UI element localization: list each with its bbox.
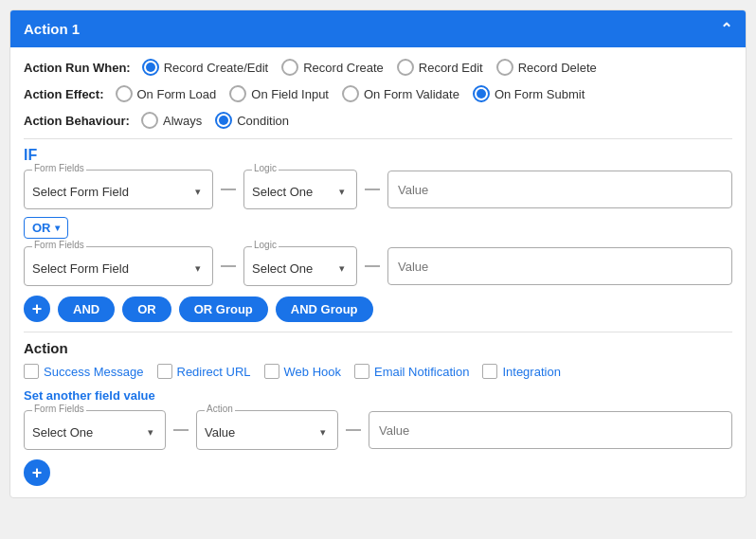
radio-circle-record-delete <box>496 59 513 76</box>
radio-label-record-create-edit: Record Create/Edit <box>164 61 269 75</box>
checkbox-label-web-hook: Web Hook <box>284 365 341 379</box>
radio-circle-on-form-load <box>116 85 133 102</box>
connector-2 <box>365 189 380 190</box>
checkbox-label-integration: Integration <box>502 365 560 379</box>
checkbox-integration[interactable]: Integration <box>482 364 560 379</box>
set-field-action-select[interactable]: Value ▾ <box>205 413 330 447</box>
action-behaviour-label: Action Behaviour: <box>24 114 130 128</box>
radio-circle-on-form-validate <box>342 85 359 102</box>
form-fields-select-1[interactable]: Select Form Field ▾ <box>32 172 205 207</box>
radio-on-form-load[interactable]: On Form Load <box>116 85 217 102</box>
set-field-form-fields-group: Form Fields Select One ▾ <box>24 410 166 450</box>
radio-circle-on-field-input <box>229 85 246 102</box>
action-checkboxes-row: Success Message Redirect URL Web Hook Em… <box>24 364 732 379</box>
radio-label-on-form-load: On Form Load <box>137 87 217 101</box>
chevron-down-icon-logic-1: ▾ <box>339 186 345 198</box>
radio-circle-record-create <box>281 59 298 76</box>
connector-4 <box>365 265 380 267</box>
radio-circle-always <box>141 112 158 129</box>
set-field-form-fields-value: Select One <box>32 425 93 440</box>
set-field-form-fields-select[interactable]: Select One ▾ <box>32 413 157 447</box>
checkbox-box-success-message <box>24 364 39 379</box>
divider-1 <box>24 138 732 139</box>
logic-select-1[interactable]: Select One ▾ <box>252 172 349 207</box>
logic-label-1: Logic <box>252 163 279 173</box>
checkbox-success-message[interactable]: Success Message <box>24 364 144 379</box>
checkbox-label-success-message: Success Message <box>44 365 144 379</box>
connector-5 <box>173 429 189 431</box>
checkbox-box-web-hook <box>264 364 279 379</box>
radio-record-delete[interactable]: Record Delete <box>496 59 597 76</box>
if-label: IF <box>24 147 732 164</box>
connector-6 <box>346 429 361 431</box>
logic-select-2[interactable]: Select One ▾ <box>252 249 349 283</box>
checkbox-email-notification[interactable]: Email Notification <box>354 364 469 379</box>
form-fields-label-1: Form Fields <box>32 163 86 173</box>
logic-label-2: Logic <box>252 240 279 250</box>
radio-label-on-field-input: On Field Input <box>251 87 329 101</box>
checkbox-web-hook[interactable]: Web Hook <box>264 364 341 379</box>
value-input-2[interactable] <box>387 247 732 285</box>
or-group-button[interactable]: OR Group <box>179 296 268 322</box>
radio-always[interactable]: Always <box>141 112 202 129</box>
chevron-up-icon[interactable]: ⌃ <box>720 20 732 38</box>
chevron-down-icon-1: ▾ <box>195 186 201 198</box>
radio-label-record-edit: Record Edit <box>419 61 483 75</box>
action-run-when-options: Record Create/Edit Record Create Record … <box>142 59 597 76</box>
radio-circle-record-edit <box>397 59 414 76</box>
radio-label-record-create: Record Create <box>303 61 384 75</box>
add-set-field-button[interactable]: + <box>24 459 50 486</box>
action-section-title: Action <box>24 340 732 356</box>
logic-value-2: Select One <box>252 261 313 276</box>
checkbox-box-email-notification <box>354 364 369 379</box>
and-group-button[interactable]: AND Group <box>276 296 373 322</box>
or-connector-label: OR <box>32 221 51 235</box>
set-field-action-group: Action Value ▾ <box>196 410 338 450</box>
set-field-title: Set another field value <box>24 388 732 403</box>
action-card: Action 1 ⌃ Action Run When: Record Creat… <box>9 9 747 498</box>
radio-on-field-input[interactable]: On Field Input <box>229 85 329 102</box>
logic-group-2: Logic Select One ▾ <box>243 246 357 286</box>
form-fields-select-2[interactable]: Select Form Field ▾ <box>32 249 205 283</box>
logic-value-1: Select One <box>252 185 313 199</box>
chevron-down-icon-2: ▾ <box>195 262 201 275</box>
radio-on-form-validate[interactable]: On Form Validate <box>342 85 459 102</box>
action-effect-options: On Form Load On Field Input On Form Vali… <box>116 85 585 102</box>
chevron-down-icon-action: ▾ <box>320 426 326 439</box>
set-field-action-value: Value <box>205 425 235 440</box>
condition-row-1: Form Fields Select Form Field ▾ Logic Se… <box>24 170 732 209</box>
radio-label-on-form-validate: On Form Validate <box>364 87 459 101</box>
radio-record-create-edit[interactable]: Record Create/Edit <box>142 59 269 76</box>
action-run-when-row: Action Run When: Record Create/Edit Reco… <box>24 59 732 76</box>
card-title: Action 1 <box>24 21 80 37</box>
radio-circle-record-create-edit <box>142 59 159 76</box>
or-connector-badge[interactable]: OR ▾ <box>24 217 68 239</box>
checkbox-box-redirect-url <box>157 364 172 379</box>
action-effect-row: Action Effect: On Form Load On Field Inp… <box>24 85 732 102</box>
radio-condition[interactable]: Condition <box>215 112 289 129</box>
and-button[interactable]: AND <box>58 296 115 322</box>
form-fields-group-1: Form Fields Select Form Field ▾ <box>24 170 213 209</box>
radio-label-condition: Condition <box>237 114 289 128</box>
condition-button-row: + AND OR OR Group AND Group <box>24 296 732 322</box>
set-field-form-fields-label: Form Fields <box>32 404 86 414</box>
radio-label-record-delete: Record Delete <box>518 61 597 75</box>
value-input-1[interactable] <box>387 171 732 208</box>
radio-on-form-submit[interactable]: On Form Submit <box>473 85 585 102</box>
chevron-down-icon-or: ▾ <box>55 223 60 233</box>
form-fields-value-1: Select Form Field <box>32 185 129 199</box>
card-body: Action Run When: Record Create/Edit Reco… <box>10 47 746 497</box>
action-run-when-label: Action Run When: <box>24 61 131 75</box>
or-button[interactable]: OR <box>122 296 171 322</box>
chevron-down-icon-set-field: ▾ <box>148 426 153 439</box>
connector-1 <box>221 189 236 190</box>
logic-group-1: Logic Select One ▾ <box>243 170 357 209</box>
form-fields-value-2: Select Form Field <box>32 261 129 276</box>
set-field-value-input[interactable] <box>369 411 732 449</box>
add-condition-button[interactable]: + <box>24 296 50 322</box>
checkbox-redirect-url[interactable]: Redirect URL <box>157 364 251 379</box>
divider-2 <box>24 332 732 332</box>
checkbox-label-email-notification: Email Notification <box>374 365 469 379</box>
radio-record-create[interactable]: Record Create <box>281 59 384 76</box>
radio-record-edit[interactable]: Record Edit <box>397 59 483 76</box>
